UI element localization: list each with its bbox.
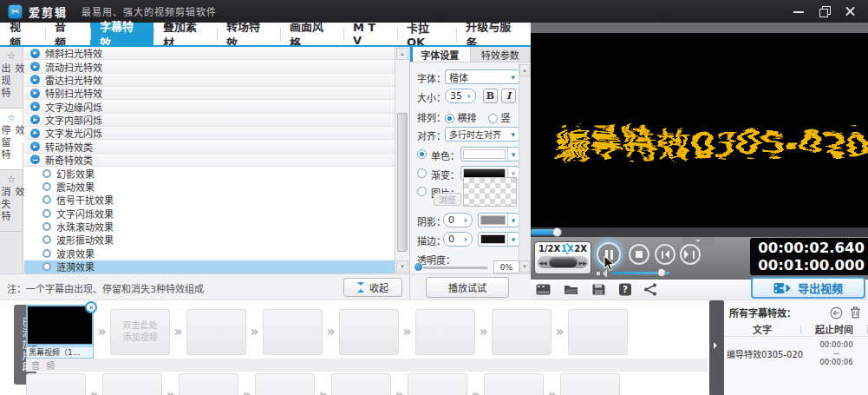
effect-item[interactable]: 幻影效果 bbox=[24, 167, 395, 180]
effect-toggle-icon[interactable] bbox=[42, 195, 51, 204]
clip-slot[interactable]: 黑幕视频（1... bbox=[26, 305, 94, 359]
main-tab[interactable]: 升级与服务 bbox=[456, 23, 531, 45]
tab-effect-params[interactable]: 特效参数 bbox=[471, 47, 532, 62]
speed-option[interactable]: 1/2X bbox=[538, 244, 560, 253]
speed-option[interactable]: 2X bbox=[574, 244, 587, 253]
italic-button[interactable]: I bbox=[501, 89, 516, 103]
main-tab[interactable]: 画面风格 bbox=[280, 23, 343, 45]
audio-slot[interactable] bbox=[255, 373, 331, 395]
tab-font-settings[interactable]: 字体设置 bbox=[410, 47, 471, 62]
effect-item[interactable]: 文字内部闪烁 bbox=[24, 114, 395, 127]
effect-toggle-icon[interactable] bbox=[42, 182, 51, 191]
opacity-slider-track[interactable] bbox=[417, 267, 488, 269]
help-icon[interactable]: ? bbox=[618, 283, 633, 296]
effect-toggle-icon[interactable] bbox=[42, 235, 51, 244]
effect-item[interactable]: 转动特效类 bbox=[24, 140, 395, 153]
main-tab[interactable]: 视 频 bbox=[0, 23, 45, 45]
clip-slot[interactable] bbox=[339, 309, 399, 355]
align-select[interactable]: 多行时左对齐 bbox=[445, 127, 519, 142]
settings-scrollbar[interactable] bbox=[519, 63, 531, 273]
effect-toggle-icon[interactable] bbox=[30, 89, 40, 98]
image-radio[interactable] bbox=[417, 187, 427, 196]
scroll-down-icon[interactable] bbox=[396, 260, 408, 273]
main-tab[interactable]: M T V bbox=[343, 23, 397, 45]
effect-item[interactable]: 波浪效果 bbox=[24, 247, 395, 260]
clip-slot[interactable] bbox=[415, 309, 475, 355]
open-folder-icon[interactable] bbox=[564, 283, 578, 296]
effect-item[interactable]: 新奇特效类 bbox=[24, 154, 395, 167]
video-slot[interactable] bbox=[415, 309, 492, 355]
effect-toggle-icon[interactable] bbox=[30, 128, 40, 138]
audio-slot[interactable] bbox=[484, 373, 560, 395]
effect-item[interactable]: 震动效果 bbox=[24, 180, 395, 193]
solid-color-select[interactable] bbox=[460, 147, 519, 161]
scroll-up-icon[interactable] bbox=[519, 64, 530, 76]
browse-button[interactable]: 浏览 bbox=[434, 193, 461, 206]
effect-toggle-icon[interactable] bbox=[42, 209, 51, 218]
effect-item[interactable]: 涟漪效果 bbox=[24, 260, 395, 273]
effect-item[interactable]: 流动扫光特效 bbox=[24, 60, 395, 73]
clip-slot[interactable] bbox=[263, 309, 323, 355]
video-slot[interactable] bbox=[186, 309, 263, 355]
effect-item[interactable]: 特别扫光特效 bbox=[24, 87, 395, 100]
clip-slot[interactable] bbox=[492, 309, 551, 355]
main-tab[interactable]: 字幕特效 bbox=[90, 23, 153, 45]
effect-toggle-icon[interactable] bbox=[42, 222, 51, 231]
effect-item[interactable]: 信号干扰效果 bbox=[24, 194, 395, 207]
share-icon[interactable] bbox=[643, 283, 658, 296]
panel-expand-handle[interactable] bbox=[709, 300, 724, 395]
export-video-button[interactable]: 导出视频 bbox=[751, 277, 865, 299]
effect-toggle-icon[interactable] bbox=[30, 49, 40, 58]
vertical-radio[interactable] bbox=[488, 114, 498, 123]
jog-shuttle[interactable] bbox=[538, 256, 588, 268]
effect-item[interactable]: 雷达扫光特效 bbox=[24, 74, 395, 87]
close-icon[interactable] bbox=[844, 5, 858, 17]
audio-slot[interactable] bbox=[331, 373, 408, 395]
effect-item[interactable]: 文字闪烁效果 bbox=[24, 207, 395, 220]
scroll-down-icon[interactable] bbox=[519, 260, 530, 273]
clip-slot[interactable]: 双击此处 添加视频 bbox=[110, 309, 170, 355]
effect-toggle-icon[interactable] bbox=[30, 115, 40, 124]
scroll-up-icon[interactable] bbox=[396, 48, 408, 60]
audio-slot[interactable] bbox=[179, 373, 255, 395]
collapse-button[interactable]: 收起 bbox=[343, 278, 402, 297]
audio-slot[interactable] bbox=[26, 373, 102, 395]
speed-option[interactable]: 1X bbox=[561, 244, 574, 253]
save-icon[interactable] bbox=[591, 283, 606, 296]
font-family-select[interactable]: 楷体 bbox=[445, 69, 519, 84]
main-tab[interactable]: 音 频 bbox=[45, 23, 90, 45]
video-slot[interactable]: 双击此处 添加视频 bbox=[110, 309, 186, 355]
phase-tab[interactable]: 出现特效 bbox=[0, 47, 23, 109]
solid-color-radio[interactable] bbox=[417, 149, 427, 159]
bold-button[interactable]: B bbox=[483, 89, 498, 103]
stop-button[interactable] bbox=[629, 244, 649, 265]
clip-slot[interactable] bbox=[568, 309, 628, 355]
previous-frame-button[interactable] bbox=[655, 244, 675, 265]
effect-toggle-icon[interactable] bbox=[42, 262, 51, 271]
shadow-color-select[interactable] bbox=[478, 213, 519, 227]
effect-item[interactable]: 文字边缘闪烁 bbox=[24, 100, 395, 113]
play-test-button[interactable]: 播放试试 bbox=[426, 277, 509, 298]
video-slot[interactable]: 黑幕视频（1... bbox=[26, 305, 110, 359]
minimize-icon[interactable] bbox=[792, 5, 806, 17]
restore-icon[interactable] bbox=[818, 5, 832, 17]
effect-toggle-icon[interactable] bbox=[42, 249, 51, 258]
video-slot[interactable] bbox=[492, 309, 568, 355]
trash-icon[interactable] bbox=[850, 306, 861, 319]
scrollbar-thumb[interactable] bbox=[397, 113, 408, 252]
clip-thumbnail[interactable] bbox=[26, 305, 94, 346]
seek-bar[interactable] bbox=[531, 227, 868, 237]
stroke-color-select[interactable] bbox=[478, 232, 519, 247]
seek-handle[interactable] bbox=[552, 227, 562, 237]
shadow-stepper[interactable]: 0 bbox=[443, 213, 473, 227]
effect-item[interactable]: 波形振动效果 bbox=[24, 234, 395, 247]
effect-item[interactable]: 文字发光闪烁 bbox=[24, 127, 395, 140]
effect-toggle-icon[interactable] bbox=[30, 102, 40, 111]
effect-toggle-icon[interactable] bbox=[30, 62, 40, 71]
phase-tab[interactable]: 停留特效 bbox=[0, 109, 23, 170]
effect-item[interactable]: 倾斜扫光特效 bbox=[24, 47, 395, 60]
video-preview[interactable]: 编导特效0305-020 bbox=[531, 33, 868, 227]
video-slot[interactable] bbox=[568, 309, 628, 355]
new-project-icon[interactable] bbox=[536, 283, 551, 296]
main-tab[interactable]: 叠加素材 bbox=[153, 23, 217, 45]
